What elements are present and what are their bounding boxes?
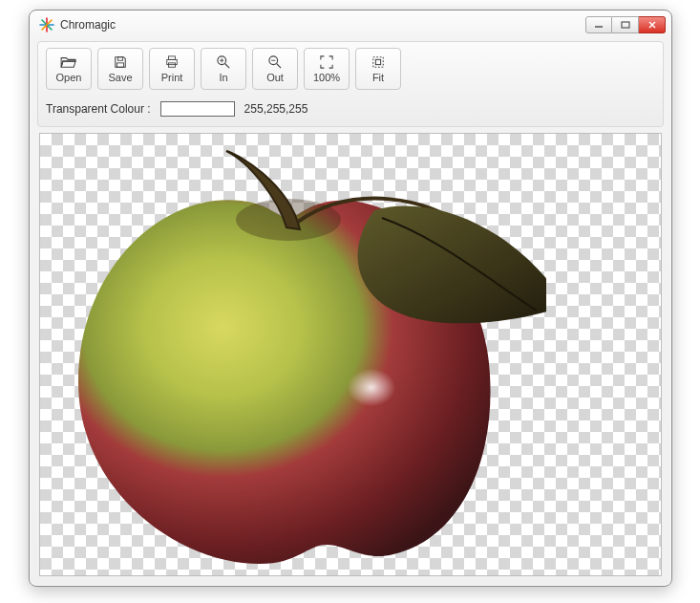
open-button[interactable]: Open (46, 48, 92, 90)
zoom-100-button[interactable]: 100% (304, 48, 350, 90)
open-label: Open (56, 72, 82, 83)
print-label: Print (161, 72, 183, 83)
svg-line-18 (277, 64, 281, 68)
folder-open-icon (60, 54, 77, 70)
svg-rect-10 (169, 56, 176, 60)
svg-rect-9 (117, 63, 124, 67)
titlebar[interactable]: Chromagic (30, 11, 671, 39)
zoom-out-icon (266, 54, 284, 70)
svg-line-14 (225, 64, 229, 68)
window-title: Chromagic (60, 18, 116, 32)
svg-rect-5 (622, 22, 629, 28)
svg-point-23 (288, 330, 422, 435)
printer-icon (163, 54, 180, 70)
svg-rect-21 (375, 59, 380, 64)
minimize-button[interactable] (585, 16, 612, 33)
print-button[interactable]: Print (149, 48, 195, 90)
transparent-color-value: 255,255,255 (244, 102, 308, 116)
options-bar: Transparent Colour : 255,255,255 (46, 97, 655, 117)
window-controls (585, 16, 666, 33)
close-button[interactable] (639, 16, 666, 33)
image-canvas[interactable] (39, 133, 662, 576)
zoom-in-button[interactable]: In (201, 48, 246, 90)
save-label: Save (108, 72, 132, 83)
transparent-color-label: Transparent Colour : (46, 102, 151, 116)
svg-rect-20 (373, 57, 384, 68)
fit-button[interactable]: Fit (355, 48, 401, 90)
canvas-image (50, 143, 546, 573)
svg-rect-8 (117, 57, 122, 61)
zoom-100-label: 100% (313, 72, 340, 83)
app-icon (39, 17, 54, 32)
zoom-in-label: In (219, 72, 227, 83)
toolbar: Open Save Print In (46, 48, 655, 97)
fit-label: Fit (372, 72, 384, 83)
zoom-out-label: Out (266, 72, 284, 83)
fit-icon (370, 54, 387, 70)
zoom-in-icon (215, 54, 232, 70)
zoom-out-button[interactable]: Out (252, 48, 298, 90)
toolbar-area: Open Save Print In (37, 41, 664, 127)
actual-size-icon (318, 54, 335, 70)
app-window: Chromagic Open (29, 10, 672, 587)
floppy-disk-icon (112, 54, 129, 70)
transparent-color-swatch[interactable] (160, 101, 235, 117)
save-button[interactable]: Save (97, 48, 143, 90)
maximize-button[interactable] (612, 16, 639, 33)
